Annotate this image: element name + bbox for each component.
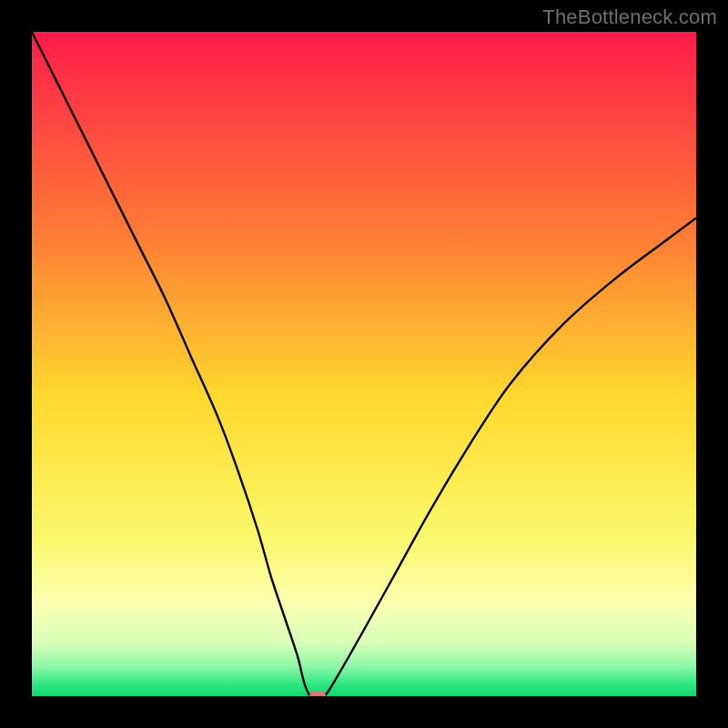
bottleneck-curve bbox=[32, 32, 696, 696]
plot-area bbox=[32, 32, 696, 696]
minimum-marker bbox=[309, 691, 326, 696]
watermark-text: TheBottleneck.com bbox=[542, 5, 717, 29]
chart-frame: TheBottleneck.com bbox=[0, 0, 728, 728]
